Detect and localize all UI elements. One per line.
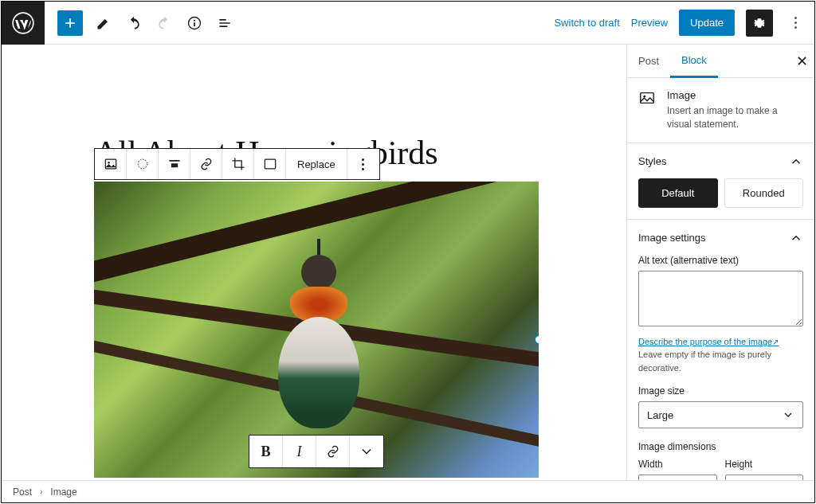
tab-post[interactable]: Post — [627, 45, 670, 78]
svg-rect-3 — [194, 22, 195, 26]
sidebar-block-desc: Insert an image to make a visual stateme… — [667, 104, 803, 131]
alt-help-link[interactable]: Describe the purpose of the image↗ — [638, 337, 779, 346]
update-button[interactable]: Update — [679, 10, 735, 36]
bold-button[interactable]: B — [249, 436, 283, 467]
image-block-icon — [638, 89, 656, 107]
crop-icon[interactable] — [222, 149, 254, 179]
caption-more-icon[interactable] — [350, 436, 383, 467]
styles-panel-header[interactable]: Styles — [638, 154, 803, 169]
italic-button[interactable]: I — [283, 436, 316, 467]
width-input[interactable] — [638, 475, 717, 480]
chevron-right-icon: › — [40, 487, 42, 496]
style-default-button[interactable]: Default — [638, 178, 718, 208]
edit-mode-icon[interactable] — [91, 10, 116, 36]
image-size-label: Image size — [638, 385, 803, 397]
undo-icon[interactable] — [121, 10, 147, 36]
chevron-up-icon — [789, 154, 803, 169]
block-more-icon[interactable] — [347, 149, 379, 179]
alt-text-label: Alt text (alternative text) — [638, 255, 803, 266]
breadcrumb-image[interactable]: Image — [50, 486, 76, 498]
image-size-select[interactable]: Large — [638, 401, 803, 428]
image-block[interactable]: B I Add caption I — [94, 182, 539, 480]
outline-icon[interactable] — [212, 10, 237, 36]
chevron-down-icon — [782, 408, 794, 421]
text-overlay-icon[interactable] — [254, 149, 286, 179]
caption-link-icon[interactable] — [316, 436, 350, 467]
hummingbird-image: B I — [94, 182, 539, 478]
link-icon[interactable] — [190, 149, 222, 179]
breadcrumb-post[interactable]: Post — [13, 486, 32, 498]
alt-help-text: Leave empty if the image is purely decor… — [638, 350, 771, 373]
caption-toolbar: B I — [249, 435, 384, 468]
tab-block[interactable]: Block — [670, 45, 718, 78]
svg-point-9 — [643, 96, 645, 98]
svg-rect-7 — [265, 159, 275, 169]
switch-to-draft-link[interactable]: Switch to draft — [554, 17, 619, 29]
close-sidebar-icon[interactable]: ✕ — [796, 53, 808, 70]
redo-icon[interactable] — [151, 10, 177, 36]
height-input[interactable] — [725, 475, 804, 480]
align-icon[interactable] — [159, 149, 190, 179]
add-block-button[interactable] — [57, 10, 83, 36]
width-label: Width — [638, 459, 717, 470]
image-dimensions-label: Image dimensions — [638, 441, 803, 452]
chevron-up-icon — [789, 231, 803, 245]
more-menu-button[interactable] — [784, 10, 806, 37]
settings-gear-button[interactable] — [746, 10, 773, 37]
resize-handle-right[interactable] — [534, 334, 539, 345]
external-link-icon: ↗ — [772, 338, 779, 346]
alt-text-input[interactable] — [638, 271, 803, 326]
svg-point-2 — [194, 19, 195, 21]
svg-point-6 — [138, 159, 147, 169]
drag-handle-icon[interactable] — [127, 149, 159, 179]
style-rounded-button[interactable]: Rounded — [724, 178, 804, 208]
block-type-image-icon[interactable] — [95, 149, 127, 179]
replace-button[interactable]: Replace — [286, 149, 347, 179]
block-toolbar: Replace — [94, 148, 380, 180]
height-label: Height — [725, 459, 804, 470]
breadcrumb: Post › Image — [2, 480, 814, 502]
svg-point-5 — [108, 162, 110, 164]
wordpress-logo[interactable] — [2, 2, 45, 45]
info-icon[interactable] — [182, 10, 207, 36]
preview-link[interactable]: Preview — [631, 17, 668, 29]
sidebar-block-name: Image — [667, 89, 803, 101]
image-settings-panel-header[interactable]: Image settings — [638, 231, 803, 245]
